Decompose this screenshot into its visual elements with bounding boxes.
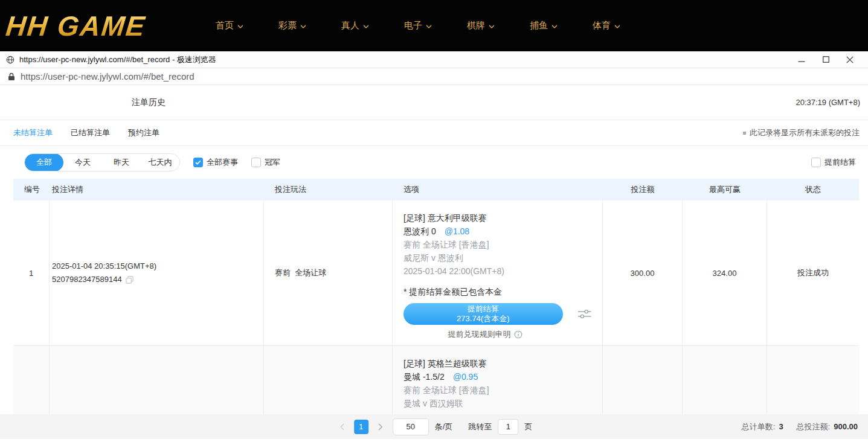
cell-row-number [13, 346, 50, 414]
bet-record-page: 注单历史 20:37:19 (GMT+8) 未结算注单 已结算注单 预约注单 此… [0, 85, 868, 414]
bet-table: 编号 投注详情 投注玩法 选项 投注额 最高可赢 状态 1 2025-01-04… [13, 179, 859, 414]
cell-option: [足球] 意大利甲级联赛 恩波利 0@1.08 赛前 全场让球 [香港盘] 威尼… [393, 200, 603, 345]
early-settle-label: 提前结算 [825, 157, 856, 168]
close-icon[interactable] [838, 52, 862, 68]
cell-bet-amount [603, 346, 683, 414]
nav-item-label: 棋牌 [467, 20, 485, 31]
total-amount-label: 总投注额: [797, 421, 831, 432]
cell-max-win: 324.00 [683, 200, 767, 345]
prev-page-icon[interactable] [336, 420, 348, 434]
record-note: 此记录将显示所有未派彩的投注 [743, 127, 860, 138]
odds-value: @0.95 [453, 372, 478, 382]
cashout-button[interactable]: 提前结算 273.74(含本金) [403, 303, 563, 325]
browser-titlebar: https://user-pc-new.jylywl.com/#/bet_rec… [0, 51, 868, 68]
match-teams: 曼城 v 西汉姆联 [403, 397, 591, 410]
cell-status: 投注成功 [767, 200, 859, 345]
nav-item-sports[interactable]: 体育 [575, 20, 638, 31]
col-header-status: 状态 [767, 179, 859, 200]
nav-item-slots[interactable]: 电子 [387, 20, 449, 31]
cell-bet-detail: 2025-01-04 20:35:15(GMT+8) 5207982347589… [50, 200, 264, 345]
cashout-button-label: 提前结算 [468, 304, 499, 314]
checkbox-checked-icon [193, 158, 203, 167]
record-note-text: 此记录将显示所有未派彩的投注 [750, 127, 860, 138]
cell-max-win [683, 346, 767, 414]
nav-item-label: 彩票 [278, 20, 297, 31]
window-title: https://user-pc-new.jylywl.com/#/bet_rec… [19, 54, 216, 65]
pagination-bar: 1 条/页 跳转至 页 总计单数: 3 总投注额: 900.00 [0, 414, 868, 439]
lock-icon [8, 72, 15, 81]
chevron-down-icon [614, 25, 620, 28]
tab-reserved[interactable]: 预约注单 [128, 127, 159, 138]
cashout-button-amount: 273.74(含本金) [457, 314, 509, 324]
market-name: 赛前 全场让球 [香港盘] [403, 238, 591, 251]
market-name: 赛前 全场让球 [香港盘] [403, 383, 591, 397]
col-header-option: 选项 [393, 179, 603, 200]
league-name: [足球] 英格兰超级联赛 [403, 357, 591, 370]
chevron-down-icon [489, 25, 495, 28]
range-all[interactable]: 全部 [25, 153, 63, 171]
site-header: HH GAME 首页 彩票 真人 电子 棋牌 捕鱼 体育 [0, 0, 868, 51]
league-name: [足球] 意大利甲级联赛 [403, 211, 591, 225]
range-yesterday[interactable]: 昨天 [102, 153, 141, 171]
champion-label: 冠军 [265, 157, 280, 168]
sliders-icon[interactable] [577, 309, 591, 319]
address-url: https://user-pc-new.jylywl.com/#/bet_rec… [21, 71, 194, 82]
cashout-rule-text: 提前兑现规则申明 [448, 329, 511, 340]
cell-bet-amount: 300.00 [603, 200, 683, 345]
early-settle-checkbox[interactable]: 提前结算 [811, 157, 856, 168]
copy-icon[interactable] [126, 276, 133, 284]
maximize-icon[interactable] [814, 52, 838, 68]
tab-unsettled[interactable]: 未结算注单 [13, 127, 53, 138]
nav-item-live-casino[interactable]: 真人 [324, 20, 387, 31]
col-header-no: 编号 [13, 179, 50, 200]
play-type-text: 赛前 全场让球 [275, 267, 326, 278]
page-number-button[interactable]: 1 [354, 420, 368, 434]
pagination-totals: 总计单数: 3 总投注额: 900.00 [742, 421, 858, 432]
browser-addressbar[interactable]: https://user-pc-new.jylywl.com/#/bet_rec… [0, 68, 868, 85]
cashout-rule-link[interactable]: 提前兑现规则申明 [403, 329, 567, 340]
brand-logo[interactable]: HH GAME [6, 10, 181, 42]
total-amount-value: 900.00 [834, 422, 858, 431]
nav-item-lottery[interactable]: 彩票 [261, 20, 324, 31]
server-clock: 20:37:19 (GMT+8) [796, 98, 860, 107]
tab-settled[interactable]: 已结算注单 [71, 127, 110, 138]
cell-row-number: 1 [13, 200, 50, 345]
jump-label: 跳转至 [468, 421, 492, 432]
range-today[interactable]: 今天 [63, 153, 102, 171]
table-row: [足球] 英格兰超级联赛 曼城 -1.5/2@0.95 赛前 全场让球 [香港盘… [13, 346, 859, 414]
nav-item-label: 捕鱼 [530, 20, 548, 31]
champion-checkbox[interactable]: 冠军 [251, 157, 280, 168]
nav-item-label: 电子 [404, 20, 422, 31]
all-events-checkbox[interactable]: 全部赛事 [193, 157, 238, 168]
all-events-label: 全部赛事 [207, 157, 238, 168]
globe-icon [6, 56, 14, 64]
cashout-row: 提前结算 273.74(含本金) [403, 303, 591, 325]
cell-play-type: 赛前 全场让球 [264, 200, 393, 345]
minimize-icon[interactable] [789, 52, 814, 68]
col-header-detail: 投注详情 [50, 179, 264, 200]
page-size-input[interactable] [393, 418, 429, 435]
nav-item-home[interactable]: 首页 [198, 20, 261, 31]
chevron-down-icon [300, 25, 306, 28]
odds-value: @1.08 [445, 226, 469, 236]
total-count-label: 总计单数: [742, 421, 776, 432]
nav-item-label: 真人 [341, 20, 359, 31]
col-header-play: 投注玩法 [264, 179, 393, 200]
col-header-max-win: 最高可赢 [683, 179, 767, 200]
nav-item-board-games[interactable]: 棋牌 [449, 20, 512, 31]
next-page-icon[interactable] [375, 420, 387, 434]
bet-time: 2025-01-04 20:35:15(GMT+8) [52, 260, 156, 273]
chevron-down-icon [551, 25, 558, 28]
page-head: 注单历史 20:37:19 (GMT+8) [0, 85, 868, 120]
chevron-down-icon [237, 25, 243, 28]
cell-option: [足球] 英格兰超级联赛 曼城 -1.5/2@0.95 赛前 全场让球 [香港盘… [393, 346, 603, 414]
record-tabs: 未结算注单 已结算注单 预约注单 此记录将显示所有未派彩的投注 [0, 120, 868, 146]
principal-note: * 提前结算金额已包含本金 [403, 285, 591, 298]
cell-status [767, 346, 859, 414]
table-row: 1 2025-01-04 20:35:15(GMT+8) 52079823475… [13, 200, 859, 346]
page-unit-label: 页 [524, 421, 532, 432]
brand-logo-text: HH GAME [4, 10, 147, 42]
range-seven-days[interactable]: 七天内 [141, 153, 179, 171]
nav-item-fishing[interactable]: 捕鱼 [512, 20, 575, 31]
jump-page-input[interactable] [498, 419, 518, 435]
